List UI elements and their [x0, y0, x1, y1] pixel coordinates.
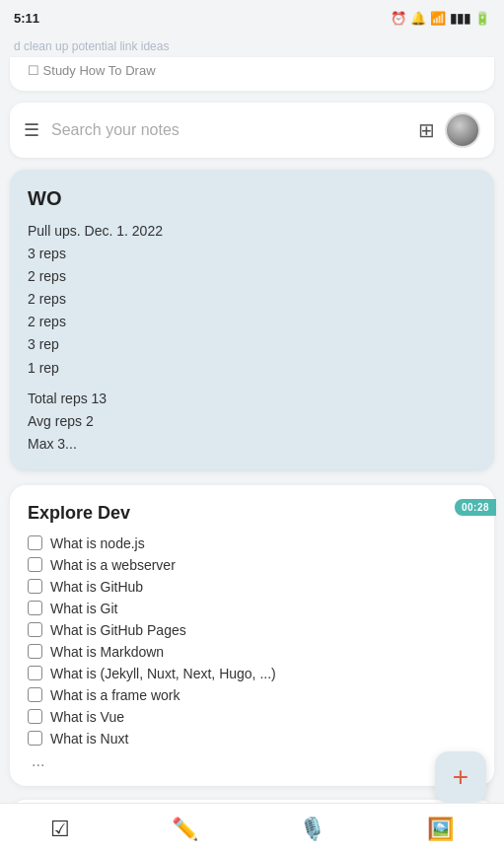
wo-card: WO Pull ups. Dec. 1. 2022 3 reps 2 reps … [10, 170, 494, 471]
checkbox-markdown[interactable] [28, 644, 42, 659]
status-icons: ⏰ 🔔 📶 ▮▮▮ 🔋 [391, 11, 490, 26]
wo-line-6: 1 rep [28, 357, 476, 380]
item-text: What is Vue [50, 709, 124, 725]
item-text: What is a frame work [50, 687, 180, 703]
signal-icon: ▮▮▮ [450, 11, 470, 26]
nav-pencil-icon[interactable]: ✏️ [154, 811, 216, 848]
checkbox-node[interactable] [28, 535, 42, 550]
checkbox-git[interactable] [28, 601, 42, 615]
list-item: What is Git [28, 601, 476, 616]
wo-total: Total reps 13 [28, 388, 476, 410]
list-item: What is node.js [28, 535, 476, 551]
checkbox-github[interactable] [28, 579, 42, 594]
fab-plus-icon: + [453, 763, 468, 791]
item-text: What is (Jekyll, Nuxt, Next, Hugo, ...) [50, 666, 276, 681]
wo-line-3: 2 reps [28, 288, 476, 311]
wifi-icon: 📶 [430, 11, 446, 26]
search-placeholder: Search your notes [51, 121, 180, 139]
wo-body: Pull ups. Dec. 1. 2022 3 reps 2 reps 2 r… [28, 220, 476, 456]
item-text: What is Nuxt [50, 731, 128, 747]
ellipsis: ... [28, 752, 476, 770]
checkbox-framework[interactable] [28, 687, 42, 702]
explore-dev-title: Explore Dev [28, 503, 476, 524]
status-time: 5:11 [14, 11, 39, 26]
item-text: What is a webserver [50, 557, 176, 573]
list-item: What is GitHub Pages [28, 622, 476, 638]
fab-button[interactable]: + [435, 751, 486, 803]
list-item: What is Nuxt [28, 731, 476, 747]
nav-checkbox-icon[interactable]: ☑ [33, 811, 88, 848]
nav-mic-icon[interactable]: 🎙️ [281, 811, 343, 848]
nav-image-icon[interactable]: 🖼️ [409, 811, 471, 848]
status-bar: 5:11 ⏰ 🔔 📶 ▮▮▮ 🔋 [0, 0, 504, 36]
wo-line-4: 2 reps [28, 311, 476, 333]
alarm-icon: ⏰ [391, 11, 406, 26]
ticker-bar: d clean up potential link ideas [0, 36, 504, 57]
menu-icon[interactable]: ☰ [24, 119, 39, 141]
explore-dev-card: 00:28 Explore Dev What is node.js What i… [10, 485, 494, 786]
item-text: What is GitHub Pages [50, 622, 186, 638]
wo-max: Max 3... [28, 433, 476, 456]
wo-line-1: 3 reps [28, 243, 476, 265]
top-partial-text: ☐ Study How To Draw [28, 63, 156, 78]
list-item: What is GitHub [28, 579, 476, 595]
wo-line-5: 3 rep [28, 333, 476, 356]
checkbox-vue[interactable] [28, 709, 42, 724]
wo-avg: Avg reps 2 [28, 410, 476, 433]
checkbox-webserver[interactable] [28, 557, 42, 572]
battery-icon: 🔋 [474, 11, 490, 26]
search-left: ☰ Search your notes [24, 119, 180, 141]
timer-badge: 00:28 [455, 499, 496, 516]
list-item: What is a webserver [28, 557, 476, 573]
bottom-nav: ☑ ✏️ 🎙️ 🖼️ [0, 803, 504, 854]
item-text: What is GitHub [50, 579, 143, 595]
search-bar[interactable]: ☰ Search your notes ⊞ [10, 103, 494, 158]
grid-view-icon[interactable]: ⊞ [418, 118, 435, 142]
checkbox-jekyll[interactable] [28, 666, 42, 680]
list-item: What is Vue [28, 709, 476, 725]
ticker-text: d clean up potential link ideas [14, 39, 169, 53]
checkbox-nuxt[interactable] [28, 731, 42, 746]
wo-line-2: 2 reps [28, 265, 476, 288]
item-text: What is node.js [50, 535, 145, 551]
list-item: What is Markdown [28, 644, 476, 660]
wo-title: WO [28, 187, 476, 210]
avatar[interactable] [445, 112, 480, 148]
notification-icon: 🔔 [410, 11, 426, 26]
wo-line-0: Pull ups. Dec. 1. 2022 [28, 220, 476, 243]
top-partial-note: ☐ Study How To Draw [10, 57, 494, 91]
checkbox-github-pages[interactable] [28, 622, 42, 637]
list-item: What is (Jekyll, Nuxt, Next, Hugo, ...) [28, 666, 476, 681]
item-text: What is Git [50, 601, 117, 616]
item-text: What is Markdown [50, 644, 164, 660]
list-item: What is a frame work [28, 687, 476, 703]
search-right: ⊞ [418, 112, 480, 148]
